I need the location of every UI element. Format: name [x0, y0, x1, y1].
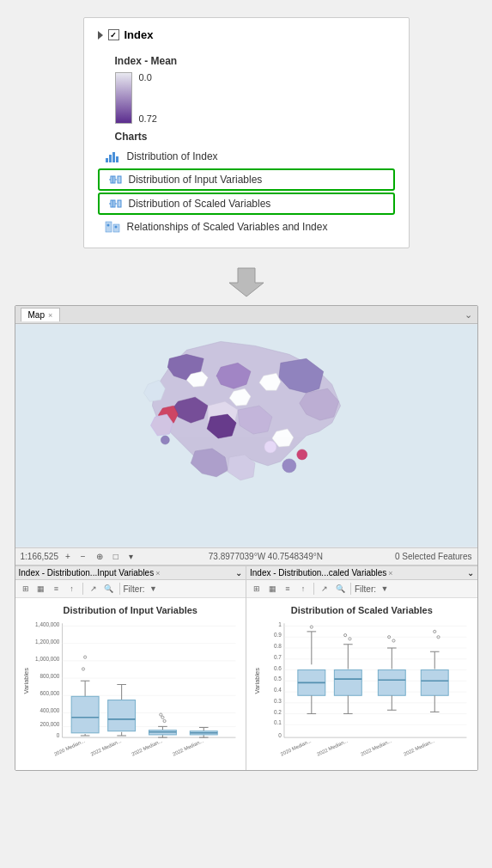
- svg-point-19: [296, 449, 307, 460]
- svg-rect-13: [113, 224, 119, 232]
- index-checkbox[interactable]: ✓: [108, 29, 119, 40]
- svg-text:0.3: 0.3: [274, 698, 282, 704]
- svg-point-15: [114, 226, 117, 229]
- bottom-window: Map × ⌄: [15, 305, 478, 771]
- box-plot-icon-1: [106, 173, 122, 186]
- svg-text:0.9: 0.9: [274, 632, 282, 638]
- map-area: [15, 324, 477, 547]
- scaled-variables-panel: Index - Distribution...caled Variables ×…: [246, 566, 477, 770]
- svg-point-60: [161, 716, 163, 718]
- input-panel-header: Index - Distribution...Input Variables ×…: [15, 566, 246, 580]
- svg-point-119: [392, 639, 395, 642]
- map-toolbar-left: 1:166,525 + − ⊕ □ ▾: [21, 550, 137, 563]
- zoom-out-btn[interactable]: −: [77, 550, 89, 563]
- scaled-expand-btn[interactable]: ⊞: [250, 582, 264, 596]
- input-chart-title: Distribution of Input Variables: [19, 605, 243, 615]
- more-btn[interactable]: ▾: [125, 550, 137, 563]
- scaled-filter-area: Filter: ▼: [355, 582, 392, 596]
- panel-menu-btn[interactable]: ⌄: [235, 568, 242, 578]
- map-tab-label: Map: [28, 310, 45, 320]
- svg-text:Variables: Variables: [253, 668, 261, 694]
- color-gradient-bar: [115, 72, 132, 124]
- svg-point-47: [82, 668, 84, 670]
- scaled-panel-header: Index - Distribution...caled Variables ×…: [246, 566, 477, 580]
- svg-marker-16: [229, 268, 264, 296]
- svg-point-110: [344, 634, 347, 637]
- chart-bar-btn[interactable]: ▦: [34, 582, 48, 596]
- chart-item-label: Distribution of Scaled Variables: [129, 198, 271, 210]
- chart-select-btn[interactable]: ↗: [87, 582, 100, 596]
- svg-rect-124: [421, 670, 448, 696]
- svg-text:200,000: 200,000: [39, 721, 59, 727]
- chart-item-dist-scaled[interactable]: Distribution of Scaled Variables: [98, 193, 395, 215]
- map-tab[interactable]: Map ×: [21, 308, 61, 321]
- input-tab-label: Index - Distribution...Input Variables: [19, 568, 155, 578]
- scaled-tab-close[interactable]: ×: [388, 569, 392, 578]
- svg-text:0.6: 0.6: [274, 665, 282, 671]
- extent-btn[interactable]: □: [110, 550, 122, 563]
- svg-rect-114: [378, 670, 405, 696]
- svg-text:1,400,000: 1,400,000: [35, 621, 60, 627]
- scaled-bar-btn[interactable]: ▦: [265, 582, 279, 596]
- panel-title: Index: [125, 28, 154, 41]
- charts-row: Index - Distribution...Input Variables ×…: [15, 565, 477, 770]
- input-chart-container: Distribution of Input Variables 1,400,00…: [15, 598, 246, 770]
- scaled-panel-tab[interactable]: Index - Distribution...caled Variables ×: [250, 568, 393, 578]
- svg-text:1: 1: [278, 621, 282, 627]
- svg-text:0.5: 0.5: [274, 675, 282, 682]
- chart-zoom-btn[interactable]: 🔍: [102, 582, 116, 596]
- svg-point-111: [349, 638, 351, 640]
- svg-point-62: [159, 713, 161, 716]
- input-variables-panel: Index - Distribution...Input Variables ×…: [15, 566, 247, 770]
- input-panel-tab[interactable]: Index - Distribution...Input Variables ×: [19, 568, 161, 578]
- svg-text:Variables: Variables: [22, 668, 30, 694]
- panel-header: ✓ Index: [98, 28, 395, 41]
- svg-text:2022 Median...: 2022 Median...: [172, 738, 204, 757]
- map-coordinates: 73.8977039°W 40.7548349°N: [209, 552, 323, 561]
- chart-table-btn[interactable]: ≡: [50, 582, 64, 596]
- scaled-select-btn[interactable]: ↗: [318, 582, 331, 596]
- chart-expand-btn[interactable]: ⊞: [19, 582, 33, 596]
- tab-area: Map ×: [21, 308, 61, 321]
- chart-filter-area: Filter: ▼: [124, 582, 161, 596]
- scatter-icon: [105, 220, 120, 234]
- scaled-table-btn[interactable]: ≡: [281, 582, 295, 596]
- filter-btn[interactable]: ▼: [147, 582, 161, 596]
- arrow-container: [229, 264, 264, 298]
- svg-point-18: [282, 459, 295, 473]
- svg-text:2022 Median...: 2022 Median...: [316, 738, 349, 757]
- scaled-export-btn[interactable]: ↑: [296, 582, 310, 596]
- arrow-down-icon: [229, 264, 264, 298]
- svg-text:2022 Median...: 2022 Median...: [131, 738, 163, 757]
- svg-point-120: [434, 630, 436, 633]
- chart-item-relationships[interactable]: Relationships of Scaled Variables and In…: [98, 217, 395, 237]
- chart-item-dist-input[interactable]: Distribution of Input Variables: [98, 168, 395, 191]
- scaled-filter-btn[interactable]: ▼: [378, 582, 392, 596]
- input-tab-close[interactable]: ×: [155, 569, 160, 578]
- svg-rect-52: [107, 700, 135, 731]
- zoom-in-btn[interactable]: +: [62, 550, 74, 563]
- chart-export-btn[interactable]: ↑: [65, 582, 79, 596]
- svg-text:0: 0: [56, 732, 59, 738]
- svg-rect-11: [118, 200, 121, 207]
- legend-value-bottom: 0.72: [139, 113, 157, 124]
- chart-item-label: Distribution of Index: [127, 150, 218, 162]
- chart-item-dist-index[interactable]: Distribution of Index: [98, 146, 395, 167]
- svg-text:600,000: 600,000: [39, 690, 59, 696]
- svg-text:400,000: 400,000: [39, 707, 59, 713]
- scaled-zoom-btn[interactable]: 🔍: [333, 582, 347, 596]
- svg-text:2022 Median...: 2022 Median...: [89, 738, 122, 757]
- legend-label: Index - Mean: [115, 55, 395, 67]
- pan-btn[interactable]: ⊕: [93, 550, 106, 563]
- window-controls[interactable]: ⌄: [465, 309, 472, 321]
- map-tab-close[interactable]: ×: [48, 311, 52, 320]
- svg-text:2020 Median...: 2020 Median...: [280, 738, 313, 757]
- legend-value-top: 0.0: [139, 72, 157, 83]
- svg-text:0.4: 0.4: [274, 687, 282, 693]
- svg-text:0: 0: [278, 732, 282, 738]
- collapse-icon[interactable]: [98, 31, 103, 40]
- scaled-panel-menu-btn[interactable]: ⌄: [467, 568, 474, 578]
- legend-row-top: 0.0 0.72: [115, 72, 395, 124]
- box-plot-icon-2: [106, 197, 122, 211]
- svg-text:800,000: 800,000: [39, 673, 59, 679]
